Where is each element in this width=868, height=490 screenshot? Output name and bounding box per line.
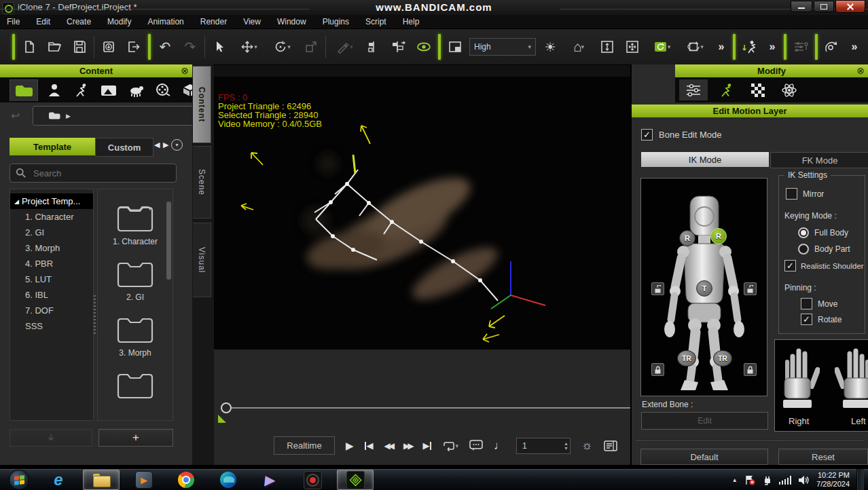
back-arrow-icon[interactable]: ↩ [11,109,20,122]
camera-mode-button[interactable]: ▾ [647,33,676,60]
bone-edit-mode-row[interactable]: ✓ Bone Edit Mode [641,129,722,140]
mirror-row[interactable]: Mirror [786,188,824,200]
open-project-button[interactable] [43,33,65,60]
tab-actor[interactable] [43,79,65,102]
torso-joint-button[interactable]: T [696,280,712,297]
right-ankle-joint-button[interactable]: TR [713,350,732,366]
start-button[interactable] [4,470,34,489]
tree-expand-icon[interactable]: ◢ [14,198,19,205]
undo-button[interactable]: ↶ [154,33,176,60]
light-button[interactable]: ☀ [539,33,561,60]
taskbar-edge[interactable] [211,470,246,489]
rotate-tool-button[interactable]: ▾ [267,33,297,60]
menu-script[interactable]: Script [365,16,386,28]
tab-media[interactable] [152,79,174,102]
search-input[interactable] [32,168,157,179]
viewport-3d[interactable]: FPS : 0 Project Triangle : 62496 Selecte… [214,77,630,350]
select-tool-button[interactable] [209,33,230,60]
taskbar-kmplayer[interactable]: ▶ [253,470,288,489]
taskbar-clock[interactable]: 10:22 PM 7/28/2024 [816,471,850,489]
extend-bone-edit-button[interactable]: Edit [641,412,768,430]
realistic-shoulder-checkbox[interactable]: ✓ [784,260,796,271]
modify-panel-header[interactable]: Modify ⊗ [675,64,868,77]
tab-animation[interactable] [71,79,92,102]
folder-thumb-morph[interactable]: 3. Morph [98,313,173,358]
ik-mode-tab[interactable]: IK Mode [641,152,769,167]
tab-prop[interactable] [125,79,147,102]
taskbar-iclone[interactable] [337,470,374,490]
pan-view-button[interactable] [621,33,643,60]
home-dropdown-caret[interactable]: ▾ [581,43,585,50]
minimize-button[interactable] [791,1,812,12]
reset-button[interactable]: Reset [778,449,868,465]
hand-picker[interactable]: Right Left [774,339,868,432]
home-view-button[interactable]: ⌂ ▾ [564,33,593,60]
side-tab-content[interactable]: Content [193,66,211,143]
menu-edit[interactable]: Edit [36,16,50,28]
rotate-dropdown-caret[interactable]: ▾ [287,43,291,50]
menu-render[interactable]: Render [200,16,227,28]
link-tool-button[interactable]: ▾ [329,33,359,60]
breadcrumb[interactable]: ▶ [33,106,198,126]
audio-button[interactable]: ♩ [494,439,505,453]
character-adjust-button[interactable] [790,33,812,60]
side-tab-scene[interactable]: Scene [193,146,211,219]
tree-item-ibl[interactable]: 6. IBL [10,287,93,303]
previous-frame-button[interactable]: ◀◀ [384,441,393,451]
tree-item-morph[interactable]: 3. Morph [10,240,93,256]
pose-tools-button[interactable] [821,33,843,60]
tab-material[interactable] [746,79,770,100]
fk-mode-tab[interactable]: FK Mode [770,152,868,168]
align-move-button[interactable] [388,33,410,60]
left-ankle-joint-button[interactable]: TR [677,350,696,366]
power-plug-icon[interactable] [762,475,772,485]
import-button[interactable] [98,33,120,60]
mirror-checkbox[interactable] [786,188,797,200]
tab-custom[interactable]: Custom [95,138,153,157]
camera-dropdown-caret[interactable]: ▾ [668,43,671,50]
tree-item-dof[interactable]: 7. DOF [10,303,93,318]
apply-button[interactable] [10,429,92,447]
edit-motion-layer-header[interactable]: Edit Motion Layer [632,105,868,117]
maximize-button[interactable] [814,1,834,12]
loop-button[interactable]: ▾ [442,440,458,451]
network-signal-icon[interactable] [779,476,792,485]
visibility-button[interactable] [413,33,435,60]
timeline-start-marker[interactable] [218,415,226,423]
tab-animation-modify[interactable] [715,79,739,100]
move-tool-button[interactable]: ▾ [234,33,264,60]
menu-plugins[interactable]: Plugins [323,16,349,28]
tab-scroll-left-icon[interactable]: ◀ [154,140,160,149]
speaker-icon[interactable] [798,475,810,485]
folder-thumb-gi[interactable]: 2. GI [98,257,173,302]
full-body-radio[interactable] [798,227,809,238]
tree-item-character[interactable]: 1. Character [10,209,93,225]
motion-tools-button[interactable] [739,33,761,60]
menu-window[interactable]: Window [277,16,306,28]
pin-move-checkbox[interactable] [801,298,812,309]
modify-close-icon[interactable]: ⊗ [856,65,865,76]
realistic-shoulder-row[interactable]: ✓ Realistic Shoulder [784,260,864,271]
menu-help[interactable]: Help [403,16,420,28]
timeline-playhead[interactable] [221,402,232,413]
menu-view[interactable]: View [243,16,261,28]
right-hand-lock-button[interactable] [744,282,757,295]
left-shoulder-joint-button[interactable]: R [679,230,695,246]
close-button[interactable] [835,0,865,13]
timeline-track[interactable] [230,407,630,409]
link-dropdown-caret[interactable]: ▾ [350,43,353,50]
folder-thumb-character[interactable]: 1. Character [98,202,173,246]
thumbnail-scrollbar[interactable] [166,202,171,280]
panel-list-button[interactable] [604,440,617,451]
body-part-picker[interactable]: R R T TR TR [640,178,767,396]
realtime-button[interactable]: Realtime [274,436,335,455]
tab-menu-button[interactable]: ▾ [171,139,183,151]
menu-modify[interactable]: Modify [107,16,131,28]
export-button[interactable] [123,33,145,60]
more-view-tools-button[interactable]: » [713,33,729,60]
more-motion-tools-button[interactable]: » [764,33,780,60]
taskbar-internet-explorer[interactable]: e [41,470,76,489]
align-button[interactable] [363,33,384,60]
menu-animation[interactable]: Animation [147,16,183,28]
render-settings-button[interactable]: ☼ [581,438,593,453]
